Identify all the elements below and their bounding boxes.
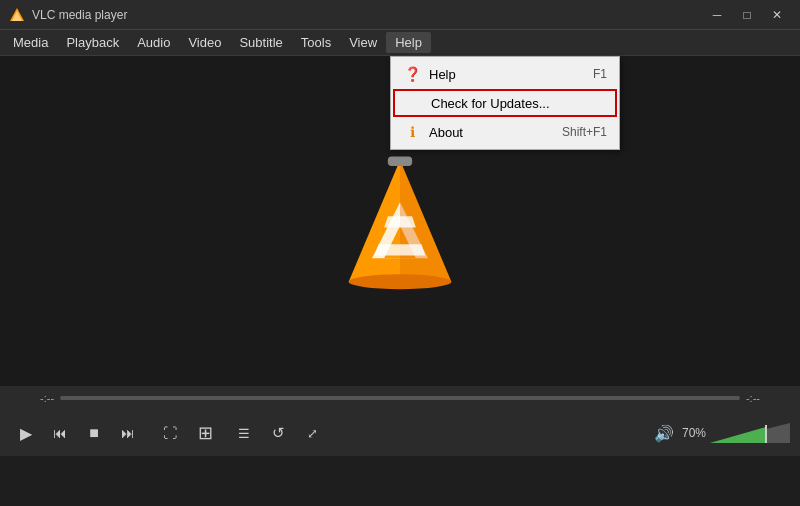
- window-controls: ─ □ ✕: [702, 0, 792, 30]
- seek-track[interactable]: [60, 396, 740, 400]
- svg-marker-8: [384, 216, 416, 227]
- controls-bar: ▶ ⏮ ■ ⏭ ⛶ ⊞ ☰ ↺ ⤢ 🔊 70%: [0, 410, 800, 456]
- view-controls: ⛶ ⊞: [154, 417, 220, 449]
- menu-item-check-updates[interactable]: Check for Updates...: [393, 89, 617, 117]
- help-icon: ❓: [403, 65, 421, 83]
- prev-button[interactable]: ⏮: [44, 417, 76, 449]
- menu-item-about[interactable]: ℹ About Shift+F1: [391, 118, 619, 146]
- menubar: Media Playback Audio Video Subtitle Tool…: [0, 30, 800, 56]
- help-dropdown-menu: ❓ Help F1 Check for Updates... ℹ About S…: [390, 56, 620, 150]
- svg-marker-11: [710, 427, 766, 443]
- playlist-controls: ☰ ↺ ⤢: [228, 417, 328, 449]
- menu-tools[interactable]: Tools: [292, 32, 340, 53]
- menu-playback[interactable]: Playback: [57, 32, 128, 53]
- about-icon: ℹ: [403, 123, 421, 141]
- app-title: VLC media player: [32, 8, 702, 22]
- time-start: -:--: [40, 392, 54, 404]
- volume-control: 🔊 70%: [654, 423, 790, 443]
- updates-icon: [405, 94, 423, 112]
- help-label: Help: [429, 67, 593, 82]
- about-label: About: [429, 125, 562, 140]
- loop-button[interactable]: ↺: [262, 417, 294, 449]
- volume-slider[interactable]: [710, 423, 790, 443]
- menu-item-help[interactable]: ❓ Help F1: [391, 60, 619, 88]
- seekbar-area: -:-- -:--: [0, 386, 800, 410]
- maximize-button[interactable]: □: [732, 0, 762, 30]
- menu-audio[interactable]: Audio: [128, 32, 179, 53]
- svg-rect-9: [388, 157, 412, 166]
- close-button[interactable]: ✕: [762, 0, 792, 30]
- extended-button[interactable]: ⊞: [188, 417, 220, 449]
- volume-viz: [710, 423, 790, 443]
- menu-media[interactable]: Media: [4, 32, 57, 53]
- time-end: -:--: [746, 392, 760, 404]
- volume-icon[interactable]: 🔊: [654, 424, 674, 443]
- svg-marker-7: [375, 244, 425, 255]
- volume-percent: 70%: [682, 426, 706, 440]
- playback-controls: ▶ ⏮ ■ ⏭: [10, 417, 144, 449]
- check-updates-label: Check for Updates...: [431, 96, 605, 111]
- stop-button[interactable]: ■: [78, 417, 110, 449]
- play-button[interactable]: ▶: [10, 417, 42, 449]
- playlist-button[interactable]: ☰: [228, 417, 260, 449]
- minimize-button[interactable]: ─: [702, 0, 732, 30]
- fullscreen-button[interactable]: ⛶: [154, 417, 186, 449]
- menu-video[interactable]: Video: [179, 32, 230, 53]
- svg-point-6: [349, 274, 452, 289]
- menu-subtitle[interactable]: Subtitle: [230, 32, 291, 53]
- menu-help[interactable]: Help: [386, 32, 431, 53]
- app-icon: [8, 6, 26, 24]
- next-button[interactable]: ⏭: [112, 417, 144, 449]
- about-shortcut: Shift+F1: [562, 125, 607, 139]
- menu-view[interactable]: View: [340, 32, 386, 53]
- help-shortcut: F1: [593, 67, 607, 81]
- vlc-cone-logo: [335, 151, 465, 291]
- titlebar: VLC media player ─ □ ✕: [0, 0, 800, 30]
- random-button[interactable]: ⤢: [296, 417, 328, 449]
